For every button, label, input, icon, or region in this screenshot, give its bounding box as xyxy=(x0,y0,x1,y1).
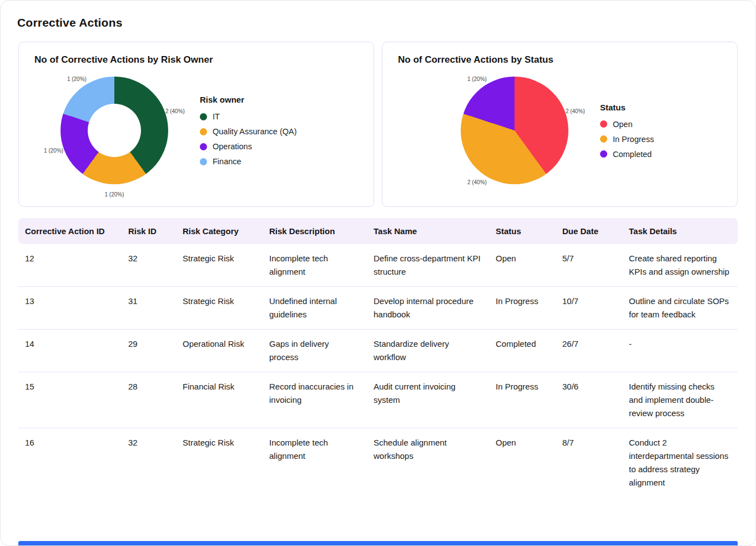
slice-value-label: 2 (40%) xyxy=(467,179,487,185)
table-row: 1232Strategic RiskIncomplete tech alignm… xyxy=(18,244,738,287)
risk-owner-chart-card: No of Corrective Actions by Risk Owner 2… xyxy=(18,42,374,207)
legend-label: In Progress xyxy=(613,135,654,144)
cell-risk_id: 29 xyxy=(122,330,176,372)
cell-due: 5/7 xyxy=(556,244,622,287)
cell-status: In Progress xyxy=(489,287,556,330)
corrective-actions-table: Corrective Action IDRisk IDRisk Category… xyxy=(18,218,738,497)
cell-due: 26/7 xyxy=(556,330,622,372)
cell-status: Open xyxy=(489,428,556,498)
donut-chart-graphic[interactable] xyxy=(61,77,168,184)
cell-action_id: 15 xyxy=(18,372,122,428)
column-header-category: Risk Category xyxy=(176,218,263,244)
cell-due: 30/6 xyxy=(556,372,622,428)
slice-value-label: 1 (20%) xyxy=(44,147,63,153)
legend-swatch-icon xyxy=(200,128,207,135)
legend-label: Finance xyxy=(213,157,241,166)
bottom-accent-bar xyxy=(18,541,738,545)
legend-item[interactable]: Open xyxy=(600,120,654,129)
legend-item[interactable]: Operations xyxy=(200,142,297,151)
charts-row: No of Corrective Actions by Risk Owner 2… xyxy=(1,29,755,207)
cell-description: Record inaccuracies in invoicing xyxy=(263,372,367,428)
legend-label: IT xyxy=(213,112,220,121)
cell-action_id: 16 xyxy=(18,428,122,498)
legend-items: ITQuality Assurance (QA)OperationsFinanc… xyxy=(200,112,297,166)
cell-risk_id: 31 xyxy=(122,287,176,330)
cell-details: Create shared reporting KPIs and assign … xyxy=(622,244,738,287)
risk-owner-donut-chart: 2 (40%)1 (20%)1 (20%)1 (20%) xyxy=(37,67,192,194)
cell-due: 10/7 xyxy=(556,287,622,330)
status-chart-card: No of Corrective Actions by Status 2 (40… xyxy=(382,42,738,207)
legend-label: Operations xyxy=(213,142,252,151)
cell-details: Conduct 2 interdepartmental sessions to … xyxy=(622,428,738,498)
legend-title: Risk owner xyxy=(200,95,297,104)
legend-item[interactable]: IT xyxy=(200,112,297,121)
risk-owner-legend: Risk owner ITQuality Assurance (QA)Opera… xyxy=(200,95,297,166)
cell-risk_id: 32 xyxy=(122,428,176,498)
slice-value-label: 1 (20%) xyxy=(467,76,487,82)
cell-description: Gaps in delivery process xyxy=(263,330,367,372)
column-header-due: Due Date xyxy=(556,218,622,244)
cell-details: - xyxy=(622,330,738,372)
cell-risk_id: 32 xyxy=(122,244,176,287)
cell-status: Open xyxy=(489,244,556,287)
cell-risk_id: 28 xyxy=(122,372,176,428)
legend-label: Completed xyxy=(613,150,652,159)
cell-due: 8/7 xyxy=(556,428,622,498)
cell-task: Audit current invoicing system xyxy=(367,372,489,428)
table-body: 1232Strategic RiskIncomplete tech alignm… xyxy=(18,244,738,497)
column-header-risk_id: Risk ID xyxy=(122,218,176,244)
cell-action_id: 14 xyxy=(18,330,122,372)
cell-task: Develop internal procedure handbook xyxy=(367,287,489,330)
column-header-details: Task Details xyxy=(622,218,738,244)
status-chart-body: 2 (40%)2 (40%)1 (20%) Status OpenIn Prog… xyxy=(398,65,722,195)
table-row: 1331Strategic RiskUndefined internal gui… xyxy=(18,287,738,330)
risk-owner-chart-body: 2 (40%)1 (20%)1 (20%)1 (20%) Risk owner … xyxy=(34,65,358,195)
legend-swatch-icon xyxy=(200,158,207,165)
legend-items: OpenIn ProgressCompleted xyxy=(600,120,654,159)
legend-label: Quality Assurance (QA) xyxy=(213,127,297,136)
legend-swatch-icon xyxy=(200,143,207,150)
cell-action_id: 12 xyxy=(18,244,122,287)
cell-description: Undefined internal guidelines xyxy=(263,287,367,330)
legend-swatch-icon xyxy=(600,135,607,143)
corrective-actions-page: Corrective Actions No of Corrective Acti… xyxy=(0,0,756,546)
legend-item[interactable]: Quality Assurance (QA) xyxy=(200,127,297,136)
legend-swatch-icon xyxy=(600,150,607,158)
legend-label: Open xyxy=(613,120,632,129)
table-row: 1528Financial RiskRecord inaccuracies in… xyxy=(18,372,738,428)
legend-item[interactable]: In Progress xyxy=(600,135,654,144)
cell-status: In Progress xyxy=(489,372,556,428)
legend-item[interactable]: Finance xyxy=(200,157,297,166)
cell-task: Standardize delivery workflow xyxy=(367,330,489,372)
page-title: Corrective Actions xyxy=(1,1,755,29)
cell-description: Incomplete tech alignment xyxy=(263,428,367,498)
cell-task: Schedule alignment workshops xyxy=(367,428,489,498)
table-header-row: Corrective Action IDRisk IDRisk Category… xyxy=(18,218,738,244)
slice-value-label: 1 (20%) xyxy=(104,191,124,198)
cell-category: Strategic Risk xyxy=(176,428,263,498)
column-header-description: Risk Description xyxy=(263,218,367,244)
cell-status: Completed xyxy=(489,330,556,372)
table-row: 1429Operational RiskGaps in delivery pro… xyxy=(18,330,738,372)
cell-details: Outline and circulate SOPs for team feed… xyxy=(622,287,738,330)
legend-swatch-icon xyxy=(200,113,207,120)
column-header-status: Status xyxy=(489,218,556,244)
legend-title: Status xyxy=(600,103,654,112)
status-pie-chart: 2 (40%)2 (40%)1 (20%) xyxy=(437,67,592,194)
cell-category: Financial Risk xyxy=(176,372,263,428)
table-row: 1632Strategic RiskIncomplete tech alignm… xyxy=(18,428,738,498)
cell-task: Define cross-department KPI structure xyxy=(367,244,489,287)
status-chart-title: No of Corrective Actions by Status xyxy=(398,54,722,65)
cell-category: Operational Risk xyxy=(176,330,263,372)
column-header-action_id: Corrective Action ID xyxy=(18,218,122,244)
column-header-task: Task Name xyxy=(367,218,489,244)
slice-value-label: 1 (20%) xyxy=(67,76,87,82)
cell-details: Identify missing checks and implement do… xyxy=(622,372,738,428)
status-legend: Status OpenIn ProgressCompleted xyxy=(600,103,654,159)
cell-description: Incomplete tech alignment xyxy=(263,244,367,287)
slice-value-label: 2 (40%) xyxy=(566,108,585,114)
pie-chart-graphic[interactable] xyxy=(461,77,568,184)
cell-action_id: 13 xyxy=(18,287,122,330)
legend-item[interactable]: Completed xyxy=(600,150,654,159)
cell-category: Strategic Risk xyxy=(176,287,263,330)
